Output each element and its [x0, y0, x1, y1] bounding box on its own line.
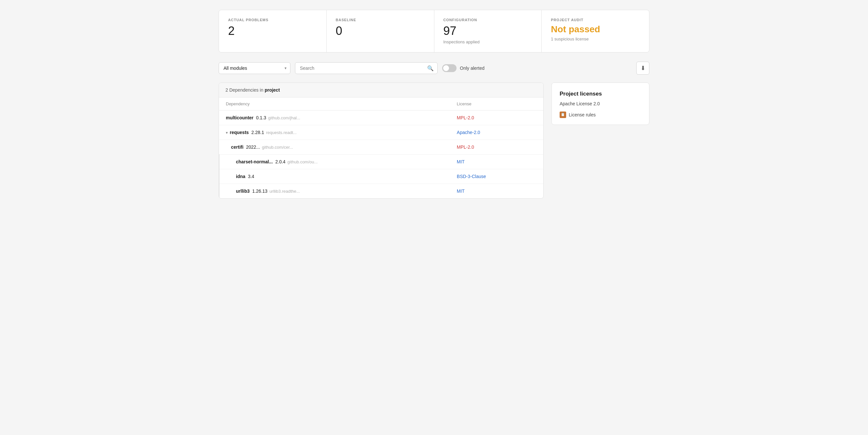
- project-licenses-title: Project licenses: [560, 91, 641, 97]
- license-rules-button[interactable]: 📋 License rules: [560, 111, 596, 118]
- actual-problems-card: ACTUAL PROBLEMS 2: [219, 10, 327, 52]
- license-value[interactable]: MIT: [457, 159, 465, 164]
- license-cell: Apache-2.0: [450, 125, 543, 140]
- dep-cell: ▾requests 2.28.1requests.readt...: [219, 125, 450, 140]
- module-select-wrapper: All modules ▾: [219, 62, 290, 74]
- dep-version: 2.0.4: [274, 159, 285, 164]
- configuration-sub: Inspections applied: [443, 39, 532, 44]
- dep-cell: charset-normal... 2.0.4github.com/ou...: [219, 154, 450, 169]
- license-value[interactable]: MIT: [457, 189, 465, 194]
- table-row: ▾requests 2.28.1requests.readt...Apache-…: [219, 125, 543, 140]
- project-licenses-card: Project licenses Apache License 2.0 📋 Li…: [552, 82, 649, 125]
- license-value[interactable]: Apache-2.0: [457, 130, 480, 135]
- dep-url[interactable]: github.com/jhal...: [268, 115, 300, 120]
- only-alerted-toggle-wrapper: Only alerted: [442, 64, 484, 72]
- configuration-value: 97: [443, 25, 532, 37]
- dep-version: 1.26.13: [251, 189, 268, 194]
- actual-problems-value: 2: [228, 25, 317, 37]
- baseline-label: BASELINE: [336, 18, 425, 22]
- deps-count: 2: [225, 88, 228, 93]
- dep-url[interactable]: github.com/cer...: [262, 145, 293, 150]
- dep-name: urllib3: [236, 189, 250, 194]
- only-alerted-label: Only alerted: [460, 66, 484, 71]
- project-audit-sub: 1 suspicious license: [551, 36, 640, 41]
- baseline-value: 0: [336, 25, 425, 37]
- col-license: License: [450, 98, 543, 110]
- download-button[interactable]: ⬇: [636, 62, 649, 75]
- module-select[interactable]: All modules: [219, 62, 290, 74]
- project-audit-status: Not passed: [551, 25, 640, 35]
- baseline-card: BASELINE 0: [327, 10, 434, 52]
- dep-cell: certifi 2022...github.com/cer...: [219, 140, 450, 154]
- col-dependency: Dependency: [219, 98, 450, 110]
- toolbar: All modules ▾ 🔍 Only alerted ⬇: [219, 62, 649, 75]
- license-value[interactable]: MPL-2.0: [457, 115, 474, 120]
- license-cell: MIT: [450, 154, 543, 169]
- configuration-card: CONFIGURATION 97 Inspections applied: [434, 10, 542, 52]
- dep-version: 3.4: [247, 174, 254, 179]
- dep-version: 2.28.1: [250, 130, 264, 135]
- table-row: certifi 2022...github.com/cer...MPL-2.0: [219, 140, 543, 154]
- license-cell: BSD-3-Clause: [450, 169, 543, 183]
- main-layout: 2 Dependencies in project Dependency Lic…: [219, 82, 649, 199]
- deps-header: 2 Dependencies in project: [219, 83, 543, 98]
- project-license-name: Apache License 2.0: [560, 101, 641, 106]
- dep-cell: urllib3 1.26.13urllib3.readthe...: [219, 183, 450, 198]
- dep-cell: idna 3.4: [219, 169, 450, 183]
- sidebar-panel: Project licenses Apache License 2.0 📋 Li…: [552, 82, 649, 125]
- only-alerted-toggle[interactable]: [442, 64, 457, 72]
- dep-name: certifi: [231, 144, 243, 150]
- project-audit-label: PROJECT AUDIT: [551, 18, 640, 22]
- deps-table: Dependency License multicounter 0.1.3git…: [219, 98, 543, 198]
- license-rules-label: License rules: [569, 112, 596, 118]
- dep-name: requests: [230, 130, 249, 135]
- table-row: urllib3 1.26.13urllib3.readthe...MIT: [219, 183, 543, 198]
- dep-name: multicounter: [226, 115, 253, 120]
- dep-name: idna: [236, 174, 245, 179]
- license-cell: MPL-2.0: [450, 110, 543, 125]
- license-rules-icon: 📋: [560, 111, 566, 118]
- license-value[interactable]: MPL-2.0: [457, 144, 474, 150]
- license-cell: MIT: [450, 183, 543, 198]
- actual-problems-label: ACTUAL PROBLEMS: [228, 18, 317, 22]
- project-audit-card: PROJECT AUDIT Not passed 1 suspicious li…: [542, 10, 649, 52]
- dep-url[interactable]: github.com/ou...: [287, 160, 318, 164]
- stats-row: ACTUAL PROBLEMS 2 BASELINE 0 CONFIGURATI…: [219, 10, 649, 53]
- dep-version: 0.1.3: [255, 115, 266, 120]
- license-cell: MPL-2.0: [450, 140, 543, 154]
- dep-cell: multicounter 0.1.3github.com/jhal...: [219, 110, 450, 125]
- table-row: charset-normal... 2.0.4github.com/ou...M…: [219, 154, 543, 169]
- search-input[interactable]: [295, 62, 438, 74]
- dep-version: 2022...: [245, 144, 260, 150]
- table-row: multicounter 0.1.3github.com/jhal...MPL-…: [219, 110, 543, 125]
- dep-url[interactable]: urllib3.readthe...: [270, 189, 300, 194]
- dep-name: charset-normal...: [236, 159, 273, 164]
- license-value[interactable]: BSD-3-Clause: [457, 174, 486, 179]
- deps-header-text: Dependencies in: [229, 88, 265, 93]
- expand-icon[interactable]: ▾: [226, 130, 228, 135]
- table-row: idna 3.4BSD-3-Clause: [219, 169, 543, 183]
- configuration-label: CONFIGURATION: [443, 18, 532, 22]
- dependencies-panel: 2 Dependencies in project Dependency Lic…: [219, 82, 544, 199]
- dep-url[interactable]: requests.readt...: [266, 130, 297, 135]
- search-wrapper: 🔍: [295, 62, 438, 74]
- deps-project-name: project: [265, 88, 280, 93]
